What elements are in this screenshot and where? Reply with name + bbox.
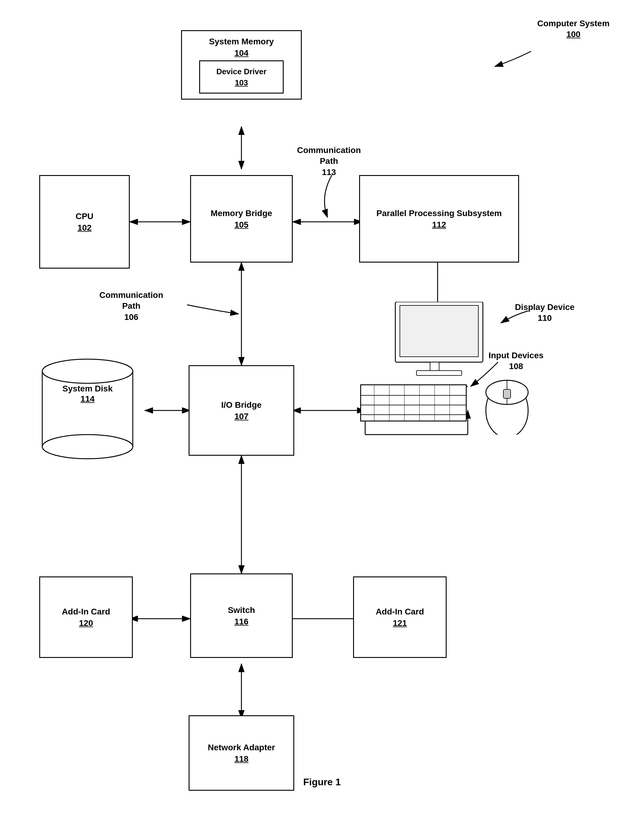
- svg-rect-17: [395, 302, 483, 362]
- figure-caption: Figure 1: [0, 777, 644, 788]
- display-device-label: Display Device 110: [507, 302, 583, 324]
- comm-path-106-label: Communication Path 106: [90, 290, 172, 323]
- system-memory-box: System Memory 104 Device Driver 103: [181, 30, 302, 100]
- svg-rect-21: [42, 371, 133, 447]
- computer-system-label: Computer System 100: [528, 18, 619, 40]
- memory-bridge-box: Memory Bridge 105: [190, 175, 293, 262]
- svg-rect-37: [503, 389, 511, 399]
- svg-point-34: [486, 383, 528, 435]
- diagram-container: Computer System 100 System Memory 104 De…: [0, 0, 644, 800]
- parallel-processing-box: Parallel Processing Subsystem 112: [359, 175, 519, 262]
- svg-rect-18: [400, 305, 478, 357]
- svg-rect-19: [430, 362, 439, 371]
- input-devices-label: Input Devices 108: [477, 350, 555, 372]
- add-in-card-120-box: Add-In Card 120: [39, 576, 133, 658]
- comm-path-113-label: Communication Path 113: [290, 145, 368, 178]
- system-disk-svg: [39, 356, 136, 465]
- add-in-card-121-box: Add-In Card 121: [353, 576, 447, 658]
- display-device-svg: [389, 302, 489, 383]
- svg-point-22: [42, 359, 133, 383]
- svg-point-35: [486, 380, 528, 405]
- svg-point-23: [42, 435, 133, 459]
- device-driver-box: Device Driver 103: [199, 60, 284, 93]
- svg-rect-20: [417, 371, 462, 376]
- svg-rect-24: [360, 385, 466, 421]
- keyboard-svg: [359, 383, 468, 423]
- system-disk-label: System Disk 114: [39, 383, 136, 404]
- cs-arrow-svg: [0, 0, 644, 90]
- mouse-svg: [480, 374, 534, 435]
- io-bridge-box: I/O Bridge 107: [189, 365, 294, 456]
- switch-box: Switch 116: [190, 573, 293, 658]
- cpu-box: CPU 102: [39, 175, 130, 268]
